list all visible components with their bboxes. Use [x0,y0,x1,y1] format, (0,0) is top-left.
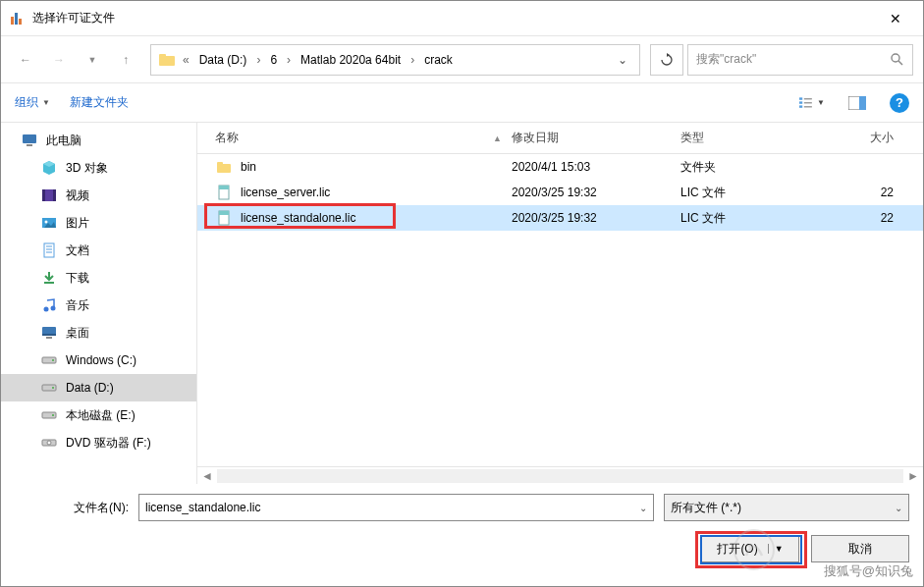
column-name[interactable]: 名称 ▲ [197,130,512,146]
sidebar-item-dvd[interactable]: DVD 驱动器 (F:) [1,429,196,456]
up-button[interactable]: ↑ [111,45,140,75]
breadcrumb[interactable]: « Data (D:) › 6 › Matlab 2020a 64bit › c… [150,44,640,76]
refresh-button[interactable] [650,44,683,76]
file-row[interactable]: bin 2020/4/1 15:03 文件夹 [197,154,923,180]
scroll-right-icon[interactable]: ► [907,469,919,483]
sidebar-item-pc[interactable]: 此电脑 [1,127,196,154]
lic-file-icon [215,209,233,227]
recent-dropdown[interactable]: ▼ [78,45,107,75]
3d-icon [40,159,58,177]
svg-rect-41 [217,162,223,166]
cancel-button[interactable]: 取消 [811,535,909,562]
column-date[interactable]: 修改日期 [512,130,680,146]
chevron-down-icon[interactable]: ⌄ [639,503,647,513]
chevron-right-icon: › [407,53,418,67]
svg-rect-16 [27,144,32,146]
sidebar: 此电脑 3D 对象 视频 图片 文档 下载 音乐 桌面 [1,123,197,484]
svg-point-37 [52,414,54,416]
file-header: 名称 ▲ 修改日期 类型 大小 [197,123,923,154]
new-folder-button[interactable]: 新建文件夹 [70,94,129,111]
toolbar: 组织▼ 新建文件夹 ▼ ? [1,83,923,123]
view-list-icon[interactable]: ▼ [799,90,825,116]
footer: 文件名(N): license_standalone.lic ⌄ 所有文件 (*… [1,484,923,572]
breadcrumb-dropdown[interactable]: ⌄ [612,53,633,67]
file-list[interactable]: bin 2020/4/1 15:03 文件夹 license_server.li… [197,154,923,466]
breadcrumb-item-1[interactable]: 6 [266,51,281,69]
svg-rect-9 [799,105,802,107]
chevron-right-icon: › [252,53,264,67]
search-input[interactable]: 搜索"crack" [687,44,913,76]
sidebar-item-desktop[interactable]: 桌面 [1,319,196,347]
lic-file-icon [215,184,233,201]
forward-button[interactable]: → [44,45,74,75]
sidebar-item-disk-c[interactable]: Windows (C:) [1,347,196,374]
image-icon [40,214,58,232]
disk-icon [40,379,58,397]
svg-point-39 [47,441,51,445]
column-type[interactable]: 类型 [680,130,820,146]
dvd-icon [40,434,58,452]
sidebar-item-doc[interactable]: 文档 [1,237,196,264]
back-button[interactable]: ← [11,45,40,75]
filename-label: 文件名(N): [74,500,129,516]
chevron-left-icon[interactable]: « [179,53,193,67]
sidebar-item-disk-d[interactable]: Data (D:) [1,374,196,401]
disk-icon [40,406,58,424]
disk-icon [40,351,58,369]
svg-rect-30 [42,334,56,336]
download-icon [40,269,58,287]
sohu-logo [733,528,776,571]
svg-rect-45 [219,211,229,215]
titlebar: 选择许可证文件 ✕ [1,1,923,36]
desktop-icon [40,324,58,342]
folder-icon [215,158,233,176]
svg-line-6 [898,61,902,65]
app-icon [9,11,25,27]
sidebar-item-3d[interactable]: 3D 对象 [1,154,196,182]
svg-rect-11 [804,102,812,103]
svg-rect-10 [804,98,812,99]
svg-rect-2 [19,19,22,25]
sort-up-icon: ▲ [493,133,502,143]
svg-point-33 [52,359,54,361]
help-icon[interactable]: ? [890,93,909,113]
svg-rect-15 [23,134,36,143]
file-row-selected[interactable]: license_standalone.lic 2020/3/25 19:32 L… [197,205,923,231]
svg-point-5 [892,54,899,62]
organize-menu[interactable]: 组织▼ [15,94,50,111]
window-title: 选择许可证文件 [32,10,876,27]
svg-point-46 [734,530,774,569]
search-placeholder: 搜索"crack" [696,51,890,68]
horizontal-scrollbar[interactable]: ◄ ► [197,466,923,484]
chevron-right-icon: › [283,53,295,67]
filetype-select[interactable]: 所有文件 (*.*) ⌄ [664,494,909,521]
scroll-left-icon[interactable]: ◄ [201,469,213,483]
svg-rect-43 [219,186,229,189]
file-row[interactable]: license_server.lic 2020/3/25 19:32 LIC 文… [197,180,923,205]
breadcrumb-item-2[interactable]: Matlab 2020a 64bit [297,51,405,69]
close-button[interactable]: ✕ [876,5,915,32]
scroll-track[interactable] [217,469,903,483]
svg-rect-12 [804,106,812,107]
svg-rect-19 [53,189,56,201]
filename-input[interactable]: license_standalone.lic ⌄ [138,494,654,521]
breadcrumb-item-3[interactable]: crack [420,51,457,69]
svg-rect-1 [15,13,18,25]
preview-pane-icon[interactable] [844,90,870,116]
column-size[interactable]: 大小 [820,130,913,146]
breadcrumb-item-0[interactable]: Data (D:) [195,51,251,69]
svg-rect-0 [11,17,14,25]
sidebar-item-music[interactable]: 音乐 [1,292,196,319]
sidebar-item-disk-e[interactable]: 本地磁盘 (E:) [1,401,196,429]
navbar: ← → ▼ ↑ « Data (D:) › 6 › Matlab 2020a 6… [1,36,923,83]
sidebar-item-image[interactable]: 图片 [1,209,196,237]
sidebar-item-download[interactable]: 下载 [1,264,196,292]
chevron-down-icon: ⌄ [895,503,902,513]
sidebar-item-video[interactable]: 视频 [1,182,196,209]
svg-rect-18 [42,189,45,201]
watermark: 搜狐号@知识兔 [824,562,913,580]
svg-point-35 [52,387,54,389]
body: 此电脑 3D 对象 视频 图片 文档 下载 音乐 桌面 [1,123,923,484]
folder-icon [157,50,177,70]
svg-point-21 [45,221,48,224]
